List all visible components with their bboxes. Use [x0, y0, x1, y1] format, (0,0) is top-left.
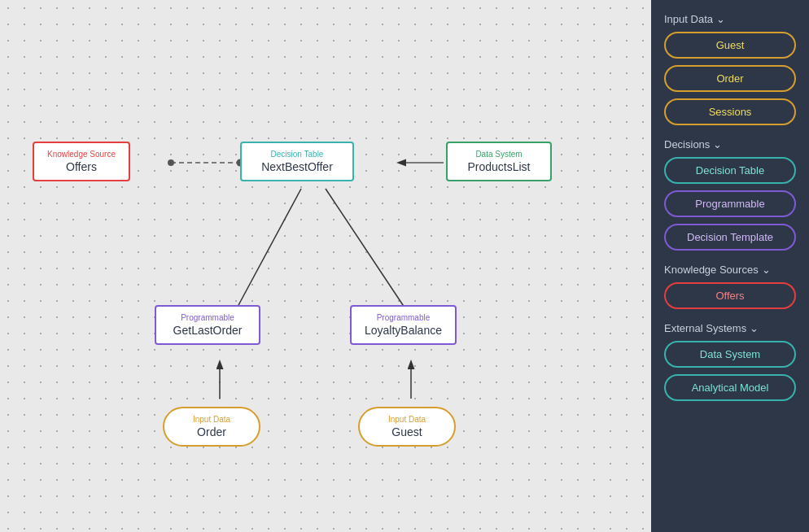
node-decision-table-nextbestoffer[interactable]: Decision Table NextBestOffer [240, 142, 354, 181]
node-input-data-order[interactable]: Input Data Order [163, 407, 260, 447]
node-data-system-productslist[interactable]: Data System ProductsList [446, 142, 552, 181]
sidebar-section-external-systems: External Systems ⌄ [664, 322, 796, 334]
node-type-label: Knowledge Source [47, 150, 116, 159]
node-input-data-guest[interactable]: Input Data Guest [358, 407, 456, 447]
arrows-overlay [0, 0, 651, 532]
node-type-label: Programmable [181, 313, 234, 322]
svg-line-4 [326, 189, 411, 317]
sidebar-btn-programmable[interactable]: Programmable [664, 190, 796, 217]
sidebar-btn-order[interactable]: Order [664, 65, 796, 92]
node-title: GetLastOrder [173, 324, 243, 337]
svg-line-3 [232, 189, 301, 317]
sidebar-section-knowledge-sources: Knowledge Sources ⌄ [664, 264, 796, 276]
node-title: Offers [66, 160, 97, 173]
sidebar: Input Data ⌄ Guest Order Sessions Decisi… [651, 0, 809, 532]
diagram-canvas: Knowledge Source Offers Decision Table N… [0, 0, 651, 532]
sidebar-btn-analytical-model[interactable]: Analytical Model [664, 374, 796, 401]
node-title: Guest [391, 425, 422, 438]
node-type-label: Input Data [388, 415, 426, 424]
node-title: ProductsList [467, 160, 530, 173]
node-title: NextBestOffer [261, 160, 333, 173]
node-programmable-getlastorder[interactable]: Programmable GetLastOrder [155, 305, 260, 345]
sidebar-section-decisions: Decisions ⌄ [664, 138, 796, 150]
sidebar-btn-sessions[interactable]: Sessions [664, 98, 796, 125]
svg-point-1 [168, 159, 174, 166]
sidebar-btn-offers[interactable]: Offers [664, 282, 796, 309]
sidebar-btn-guest[interactable]: Guest [664, 32, 796, 59]
node-programmable-loyaltybalance[interactable]: Programmable LoyaltyBalance [350, 305, 457, 345]
node-title: LoyaltyBalance [365, 324, 442, 337]
node-title: Order [197, 425, 226, 438]
node-type-label: Programmable [377, 313, 431, 322]
node-knowledge-source-offers[interactable]: Knowledge Source Offers [33, 142, 130, 181]
sidebar-btn-decision-template[interactable]: Decision Template [664, 224, 796, 251]
node-type-label: Input Data [193, 415, 230, 424]
sidebar-btn-decision-table[interactable]: Decision Table [664, 157, 796, 184]
node-type-label: Decision Table [271, 150, 324, 159]
node-type-label: Data System [475, 150, 522, 159]
sidebar-section-input-data: Input Data ⌄ [664, 13, 796, 25]
sidebar-btn-data-system[interactable]: Data System [664, 341, 796, 368]
